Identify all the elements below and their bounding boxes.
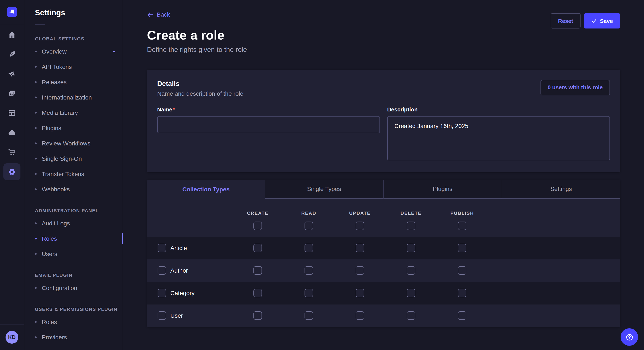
column-header-update: UPDATE bbox=[349, 210, 371, 215]
bullet-icon bbox=[35, 51, 37, 52]
rail-divider bbox=[0, 324, 24, 325]
bullet-icon bbox=[35, 127, 37, 129]
tab-plugins[interactable]: Plugins bbox=[383, 180, 502, 198]
description-field-group: Description Created January 16th, 2025 bbox=[387, 106, 610, 162]
tab-collection-types[interactable]: Collection Types bbox=[147, 180, 265, 198]
column-header-read: READ bbox=[301, 210, 316, 215]
sidebar-item-audit-logs[interactable]: Audit Logs bbox=[31, 216, 123, 231]
nav-section-label: USERS & PERMISSIONS PLUGIN bbox=[35, 307, 123, 312]
checkbox-article-delete[interactable] bbox=[407, 244, 415, 252]
name-input[interactable] bbox=[157, 116, 380, 133]
checkbox-category-update[interactable] bbox=[356, 289, 364, 297]
select-all-create-checkbox[interactable] bbox=[254, 221, 262, 230]
sidebar-item-single-sign-on[interactable]: Single Sign-On bbox=[31, 151, 123, 166]
checkbox-article-publish[interactable] bbox=[458, 244, 466, 252]
save-button[interactable]: Save bbox=[584, 13, 620, 28]
nav-section-administration-panel: ADMINISTRATION PANEL Audit Logs Roles Us… bbox=[35, 208, 123, 262]
table-row-author: Author bbox=[147, 259, 620, 282]
sidebar-item-roles-up[interactable]: Roles bbox=[31, 314, 123, 330]
checkbox-category-create[interactable] bbox=[254, 289, 262, 297]
reset-button[interactable]: Reset bbox=[551, 13, 580, 28]
nav-section-label: EMAIL PLUGIN bbox=[35, 273, 123, 278]
checkbox-article-read[interactable] bbox=[304, 244, 313, 252]
checkbox-category-delete[interactable] bbox=[407, 289, 415, 297]
description-textarea[interactable]: Created January 16th, 2025 bbox=[387, 116, 610, 160]
users-with-role-button[interactable]: 0 users with this role bbox=[540, 80, 610, 95]
select-all-publish-checkbox[interactable] bbox=[458, 221, 466, 230]
tab-settings[interactable]: Settings bbox=[502, 180, 620, 198]
bullet-icon bbox=[35, 336, 37, 338]
select-all-update-checkbox[interactable] bbox=[356, 221, 364, 230]
row-select-checkbox-article[interactable] bbox=[158, 244, 166, 252]
bullet-icon bbox=[35, 66, 37, 68]
paper-plane-icon[interactable] bbox=[4, 65, 20, 82]
icon-rail: KD bbox=[0, 0, 24, 350]
sidebar-item-media-library[interactable]: Media Library bbox=[31, 105, 123, 120]
column-header-create: CREATE bbox=[247, 210, 268, 215]
layout-icon[interactable] bbox=[4, 105, 20, 122]
column-header-delete: DELETE bbox=[400, 210, 422, 215]
name-label: Name* bbox=[157, 106, 380, 113]
bullet-icon bbox=[35, 112, 37, 114]
checkbox-user-delete[interactable] bbox=[407, 311, 415, 320]
checkbox-author-publish[interactable] bbox=[458, 266, 466, 275]
sidebar-item-webhooks[interactable]: Webhooks bbox=[31, 181, 123, 197]
checkbox-user-create[interactable] bbox=[254, 311, 262, 320]
cart-icon[interactable] bbox=[4, 144, 20, 161]
sidebar-item-api-tokens[interactable]: API Tokens bbox=[31, 59, 123, 74]
bullet-icon bbox=[35, 143, 37, 144]
sidebar-item-configuration[interactable]: Configuration bbox=[31, 280, 123, 296]
cloud-icon[interactable] bbox=[4, 124, 20, 141]
bullet-icon bbox=[35, 81, 37, 83]
permissions-header-row: CREATE READ UPDATE DELETE PUBLISH bbox=[147, 198, 620, 237]
row-label: Article bbox=[170, 245, 187, 251]
sidebar-title: Settings bbox=[35, 8, 123, 17]
checkbox-author-update[interactable] bbox=[356, 266, 364, 275]
select-all-read-checkbox[interactable] bbox=[304, 221, 313, 230]
sidebar-title-divider bbox=[35, 24, 45, 25]
sidebar-item-review-workflows[interactable]: Review Workflows bbox=[31, 136, 123, 151]
checkbox-user-update[interactable] bbox=[356, 311, 364, 320]
sidebar-item-releases[interactable]: Releases bbox=[31, 74, 123, 90]
home-icon[interactable] bbox=[4, 26, 20, 43]
checkbox-author-delete[interactable] bbox=[407, 266, 415, 275]
images-icon[interactable] bbox=[4, 85, 20, 102]
feather-icon[interactable] bbox=[4, 46, 20, 63]
sidebar-item-plugins[interactable]: Plugins bbox=[31, 120, 123, 136]
nav-section-label: GLOBAL SETTINGS bbox=[35, 36, 123, 41]
sidebar-item-transfer-tokens[interactable]: Transfer Tokens bbox=[31, 166, 123, 181]
sidebar-item-internationalization[interactable]: Internationalization bbox=[31, 90, 123, 105]
back-arrow-icon bbox=[147, 11, 153, 18]
bullet-icon bbox=[35, 287, 37, 289]
checkbox-category-read[interactable] bbox=[304, 289, 313, 297]
checkbox-author-create[interactable] bbox=[254, 266, 262, 275]
checkbox-user-read[interactable] bbox=[304, 311, 313, 320]
checkbox-category-publish[interactable] bbox=[458, 289, 466, 297]
user-avatar[interactable]: KD bbox=[6, 331, 18, 344]
row-select-checkbox-author[interactable] bbox=[158, 266, 166, 275]
nav-section-label: ADMINISTRATION PANEL bbox=[35, 208, 123, 213]
app-root: KD Settings GLOBAL SETTINGS Overview API… bbox=[0, 0, 644, 350]
back-button[interactable]: Back bbox=[147, 11, 170, 18]
sidebar-item-overview[interactable]: Overview bbox=[31, 44, 123, 59]
required-asterisk: * bbox=[173, 106, 175, 113]
table-row-article: Article bbox=[147, 237, 620, 259]
sidebar-item-providers[interactable]: Providers bbox=[31, 330, 123, 345]
select-all-delete-checkbox[interactable] bbox=[407, 221, 415, 230]
question-mark-icon bbox=[625, 333, 634, 341]
column-header-publish: PUBLISH bbox=[450, 210, 474, 215]
sidebar-item-users[interactable]: Users bbox=[31, 246, 123, 262]
row-select-checkbox-category[interactable] bbox=[158, 289, 166, 297]
workspace-logo-area bbox=[0, 0, 24, 24]
sidebar-item-roles-admin[interactable]: Roles bbox=[31, 231, 123, 246]
tab-single-types[interactable]: Single Types bbox=[265, 180, 383, 198]
help-button[interactable] bbox=[620, 328, 638, 346]
nav-section-email-plugin: EMAIL PLUGIN Configuration bbox=[35, 273, 123, 296]
checkbox-article-create[interactable] bbox=[254, 244, 262, 252]
gear-icon[interactable] bbox=[4, 163, 20, 180]
checkbox-article-update[interactable] bbox=[356, 244, 364, 252]
row-label: User bbox=[170, 312, 183, 319]
checkbox-user-publish[interactable] bbox=[458, 311, 466, 320]
row-select-checkbox-user[interactable] bbox=[158, 311, 166, 320]
checkbox-author-read[interactable] bbox=[304, 266, 313, 275]
